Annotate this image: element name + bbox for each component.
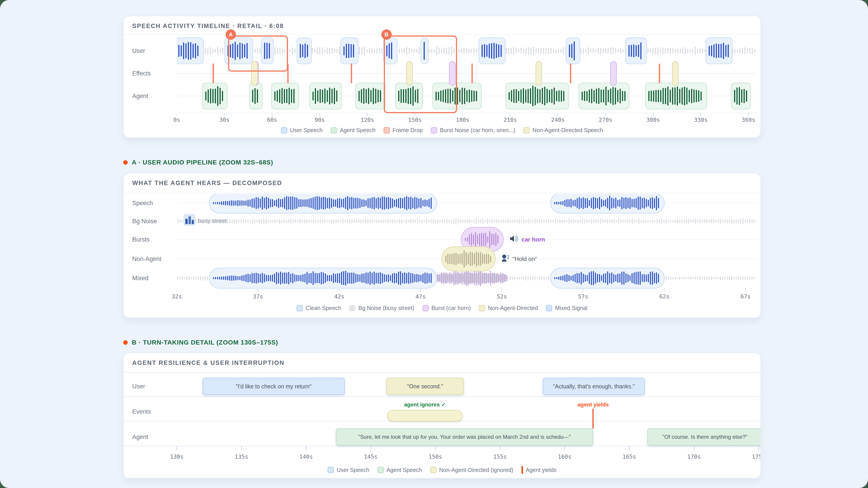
annotation-text: "Hold on"	[513, 256, 537, 263]
row-label-bursts: Bursts	[132, 236, 150, 243]
ignored-speech-pill	[388, 410, 463, 421]
axis-tick-label: 60s	[267, 117, 277, 123]
annotation-city: busy street	[184, 214, 227, 228]
section-label-a: A · USER AUDIO PIPELINE (ZOOM 32S–68S)	[123, 158, 273, 167]
annotation-text: busy street	[198, 217, 227, 224]
event-label-agent-yields: agent yields	[578, 401, 609, 408]
header-divider	[124, 193, 761, 193]
axis-tick-label: 170s	[687, 453, 701, 460]
row-label-mixed: Mixed	[132, 275, 149, 282]
axis-tick-label: 165s	[622, 453, 636, 460]
legend-swatch	[523, 127, 530, 133]
axis-tick	[241, 446, 242, 450]
card-title: SPEECH ACTIVITY TIMELINE · RETAIL · 6:08	[132, 23, 284, 30]
axis-tick-label: 300s	[646, 117, 660, 123]
legend-item: Non-Agent-Directed (ignored)	[430, 467, 513, 473]
axis-tick	[629, 446, 630, 450]
legend-item: Frame Drop	[383, 127, 423, 133]
axis-tick-label: 30s	[219, 117, 229, 123]
row-divider	[124, 396, 761, 397]
axis-tick	[177, 446, 177, 450]
row-label-agent: Agent	[132, 433, 148, 441]
event-label-agent-ignores: agent ignores ✓	[404, 401, 446, 408]
legend-label: Bg Noise (busy street)	[358, 305, 414, 311]
axis-tick-label: 150s	[429, 453, 442, 460]
axis-tick-label: 42s	[334, 293, 344, 300]
row-label-user: User	[132, 47, 145, 55]
pipeline-plot	[177, 194, 761, 297]
legend-item: Agent Speech	[331, 127, 375, 133]
legend-swatch	[431, 127, 437, 133]
axis-tick	[370, 446, 371, 450]
card-title: AGENT RESILIENCE & USER INTERRUPTION	[132, 359, 285, 366]
legend-swatch	[430, 467, 436, 473]
legend-label: Frame Drop	[393, 127, 423, 133]
row-label-bg-noise: Bg Noise	[132, 218, 157, 225]
row-label-non-agent: Non-Agent	[132, 256, 161, 263]
legend-swatch	[281, 127, 287, 133]
axis-tick-label: 270s	[599, 117, 612, 123]
axis-tick	[758, 446, 759, 450]
axis-tick-label: 130s	[170, 453, 184, 460]
axis-tick-label: 90s	[315, 117, 325, 123]
axis-tick-label: 145s	[364, 453, 377, 460]
legend-swatch	[331, 127, 337, 133]
axis-tick-label: 120s	[361, 117, 374, 123]
overview-legend: User SpeechAgent SpeechFrame DropBurst N…	[124, 127, 761, 133]
legend-swatch	[349, 305, 355, 311]
speaking-head-icon	[500, 254, 510, 265]
axis-tick-label: 175s	[752, 453, 761, 460]
axis-tick	[306, 446, 307, 450]
agent-yields-marker	[592, 409, 594, 429]
row-divider	[124, 372, 761, 372]
axis-tick-label: 67s	[741, 293, 751, 300]
annotation-speaking-head: "Hold on"	[500, 254, 537, 265]
legend-item: User Speech	[328, 467, 369, 473]
axis-tick-label: 32s	[172, 293, 182, 300]
axis-tick-label: 160s	[558, 453, 571, 460]
legend-label: Clean Speech	[306, 305, 341, 311]
card-title: WHAT THE AGENT HEARS — DECOMPOSED	[132, 180, 282, 187]
legend-label: Agent Speech	[386, 467, 422, 473]
legend-item: Non-Agent-Directed	[479, 305, 538, 311]
legend-item: User Speech	[281, 127, 323, 133]
legend-swatch	[546, 305, 552, 311]
legend-item: Clean Speech	[297, 305, 341, 311]
axis-tick	[694, 446, 694, 450]
legend-label: Burst Noise (car horn, siren...)	[440, 127, 515, 133]
legend-item: Bg Noise (busy street)	[349, 305, 414, 311]
agent-quote: "Of course. Is there anything else?"	[647, 428, 761, 446]
section-b-text: B · TURN-TAKING DETAIL (ZOOM 130S–175S)	[132, 339, 278, 346]
legend-label: User Speech	[290, 127, 323, 133]
agent-quote: "Sure, let me look that up for you. Your…	[336, 428, 593, 446]
legend-swatch	[377, 467, 384, 473]
legend-swatch	[328, 467, 334, 473]
axis-tick-label: 180s	[456, 117, 469, 123]
dashboard-page: SPEECH ACTIVITY TIMELINE · RETAIL · 6:08…	[0, 0, 868, 488]
user-audio-pipeline-card: WHAT THE AGENT HEARS — DECOMPOSED Clean …	[123, 173, 761, 318]
legend-swatch	[479, 305, 485, 311]
axis-tick	[500, 446, 500, 450]
user-quote: "Actually, that's enough, thanks."	[543, 378, 645, 395]
axis-tick-label: 57s	[578, 293, 588, 300]
axis-tick	[435, 446, 436, 450]
axis-tick-label: 360s	[742, 117, 755, 123]
pipeline-legend: Clean SpeechBg Noise (busy street)Burst …	[124, 305, 761, 311]
axis-tick-label: 155s	[493, 453, 507, 460]
legend-label: Mixed Signal	[555, 305, 587, 311]
row-label-user: User	[132, 383, 145, 390]
legend-label: Non-Agent-Directed (ignored)	[439, 467, 513, 473]
orange-dot-icon	[123, 160, 128, 165]
legend-bar-swatch	[522, 466, 523, 474]
user-quote: "One second."	[386, 378, 464, 395]
axis-tick-label: 150s	[408, 117, 422, 123]
legend-swatch	[297, 305, 303, 311]
speech-activity-timeline-card: SPEECH ACTIVITY TIMELINE · RETAIL · 6:08…	[123, 16, 761, 138]
axis-tick-label: 330s	[694, 117, 708, 123]
overview-plot	[177, 34, 761, 120]
row-label-agent: Agent	[132, 93, 148, 100]
legend-swatch	[423, 305, 429, 311]
turn-taking-card: AGENT RESILIENCE & USER INTERRUPTION Use…	[123, 353, 761, 479]
axis-tick-label: 0s	[174, 117, 180, 123]
axis-tick-label: 210s	[503, 117, 517, 123]
